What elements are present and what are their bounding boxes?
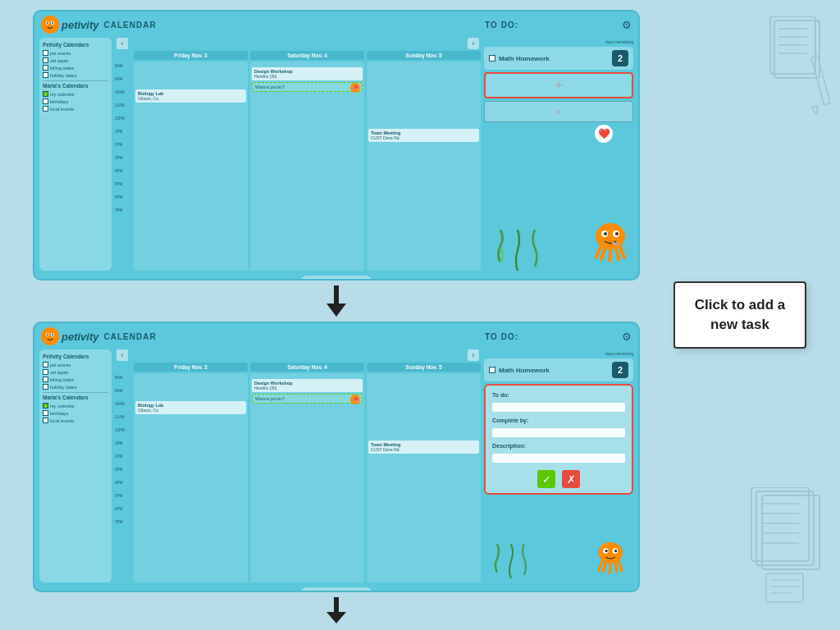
day-header-fri: Friday Nov. 3 (134, 51, 248, 60)
sidebar-item[interactable]: birthdays (43, 98, 108, 104)
task-count-top: 2 (612, 50, 628, 66)
sidebar-item-b5[interactable]: ✓ my calendar (43, 403, 108, 409)
sidebar-item-b2[interactable]: vet appts (43, 369, 108, 375)
sidebar-item[interactable]: vet appts (43, 57, 108, 63)
svg-rect-39 (770, 592, 791, 594)
gear-top[interactable]: ⚙ (622, 19, 632, 31)
logo-text: petivity (62, 19, 99, 31)
svg-point-14 (52, 334, 53, 336)
heart-bubble: ❤️ (595, 125, 613, 143)
seaweed-right (527, 230, 542, 267)
form-confirm-button[interactable]: ✓ (537, 470, 555, 488)
seaweed-mid (512, 230, 524, 271)
start-blocking-btn-bottom[interactable]: START BLOCKING (301, 587, 372, 592)
sidebar-title-petivity: Petivity Calendars (43, 42, 108, 48)
arrow-down-bottom (33, 596, 640, 625)
cal-prev-btn-b[interactable]: ‹ (116, 349, 128, 361)
sidebar-title-petivity-b: Petivity Calendars (43, 354, 108, 359)
sidebar-item-b7[interactable]: local events (43, 418, 108, 423)
start-blocking-btn-top[interactable]: START BLOCKING (301, 276, 372, 281)
sidebar-item[interactable]: local events (43, 106, 108, 112)
add-task-button2-top[interactable]: + (484, 101, 633, 122)
sidebar-title-maria-b: Maria's Calendars (43, 395, 108, 400)
todo-panel-bottom: days remaining Math Homework 2 To do: (484, 349, 633, 582)
seaweed-mid-b (506, 544, 516, 578)
days-remaining-top: days remaining (484, 39, 633, 44)
calendar-area-bottom: ‹ › 8AM 9AM 10AM 11AM 12PM 1PM (115, 349, 481, 582)
todo-label-bottom: TO DO: (485, 332, 518, 341)
sidebar-item-b4[interactable]: holiday dates (43, 384, 108, 390)
sidebar-item[interactable]: billing dates (43, 65, 108, 71)
task-row-math-top: Math Homework 2 (484, 47, 633, 70)
sidebar-item[interactable]: pet events (43, 50, 108, 56)
calendar-area-top: ‹ › 8AM 9AM 10AM 11AM 12PM 1 (115, 38, 481, 271)
day-col-sat-b: Saturday Nov. 4 Design Workshop Hendrix … (250, 363, 364, 582)
bottom-panel: petivity CALENDAR TO DO: ⚙ Petivity Cale… (33, 322, 640, 592)
day-header-sun: Sunday Nov. 5 (367, 51, 481, 60)
svg-rect-28 (762, 495, 819, 569)
day-col-sat: Saturday Nov. 4 Design Workshop Hendrix … (250, 51, 364, 271)
arrow-down (33, 284, 640, 318)
sidebar-item-b3[interactable]: billing dates (43, 377, 108, 382)
seaweed-left-b (491, 544, 504, 573)
task-row-math-bottom: Math Homework 2 (484, 358, 633, 381)
right-panel: Click to add a new task (640, 0, 840, 630)
seaweed-right-b (518, 544, 530, 575)
task-count-bottom: 2 (612, 362, 628, 378)
svg-rect-37 (770, 579, 799, 581)
add-task-form: To do: Complete by: Description: (484, 384, 633, 495)
task-label-math-top: Math Homework (499, 55, 609, 62)
svg-rect-36 (766, 573, 803, 602)
octopus-char-bottom (592, 538, 629, 578)
day-col-fri: Friday Nov. 3 Biology Lab Gibson, Co. (134, 51, 248, 271)
svg-point-4 (52, 22, 53, 24)
sidebar-section-petivity-b: Petivity Calendars pet events vet appts … (43, 354, 108, 390)
deco-top-right (766, 16, 832, 118)
tooltip-box: Click to add a new task (673, 281, 806, 349)
sidebar-section-maria-b: Maria's Calendars ✓ my calendar birthday… (43, 395, 108, 423)
sidebar-item-b1[interactable]: pet events (43, 362, 108, 368)
sidebar-top: Petivity Calendars pet events vet appts … (39, 38, 112, 271)
form-desc-label: Description: (492, 443, 625, 449)
form-complete-input[interactable] (492, 428, 625, 437)
todo-panel-top: days remaining Math Homework 2 + + (484, 38, 633, 271)
event-picnic-top: Wanna picnic? 🐙 (252, 82, 363, 92)
svg-point-18 (605, 550, 608, 552)
day-col-fri-b: Friday Nov. 3 Biology Lab Gibson, Co. (134, 363, 248, 582)
form-todo-input[interactable] (492, 403, 625, 412)
sidebar-item[interactable]: ✓ my calendar (43, 91, 108, 97)
cal-next-btn-b[interactable]: › (468, 349, 479, 361)
svg-point-3 (47, 22, 48, 24)
deco-bottom-right (750, 487, 832, 614)
sidebar-item-b6[interactable]: birthdays (43, 410, 108, 416)
logo-bottom: petivity (41, 327, 99, 345)
svg-marker-27 (811, 106, 819, 115)
event-workshop-top: Design Workshop Hendrix (30) (252, 67, 363, 80)
svg-rect-38 (770, 586, 799, 587)
calendar-label-top: CALENDAR (104, 21, 157, 30)
form-cancel-button[interactable]: ✗ (562, 470, 580, 488)
sidebar-section-maria: Maria's Calendars ✓ my calendar birthday… (43, 83, 108, 112)
form-desc-input[interactable] (492, 454, 625, 463)
todo-label-top: TO DO: (485, 21, 518, 30)
tooltip-text: Click to add a new task (695, 297, 786, 332)
form-todo-label: To do: (492, 392, 625, 398)
sidebar-title-maria: Maria's Calendars (43, 83, 108, 89)
svg-point-0 (41, 16, 59, 34)
svg-rect-29 (756, 491, 814, 565)
cal-next-btn[interactable]: › (468, 38, 479, 49)
svg-rect-30 (751, 487, 809, 561)
top-panel: petivity CALENDAR TO DO: ⚙ Petivity Cale… (33, 10, 640, 281)
form-complete-label: Complete by: (492, 418, 625, 423)
seaweed-left (492, 230, 509, 262)
day-header-sat: Saturday Nov. 4 (250, 51, 364, 60)
svg-point-9 (615, 232, 619, 235)
add-task-button-top[interactable]: + (484, 72, 633, 98)
calendar-label-bottom: CALENDAR (104, 332, 157, 341)
event-meeting-top: Team Meeting CUST Done Rd. (368, 129, 479, 142)
gear-bottom[interactable]: ⚙ (622, 331, 632, 343)
octopus-char-top (588, 218, 633, 267)
cal-prev-btn[interactable]: ‹ (116, 38, 128, 49)
days-remaining-bottom: days remaining (484, 351, 633, 356)
sidebar-item[interactable]: holiday dates (43, 72, 108, 78)
